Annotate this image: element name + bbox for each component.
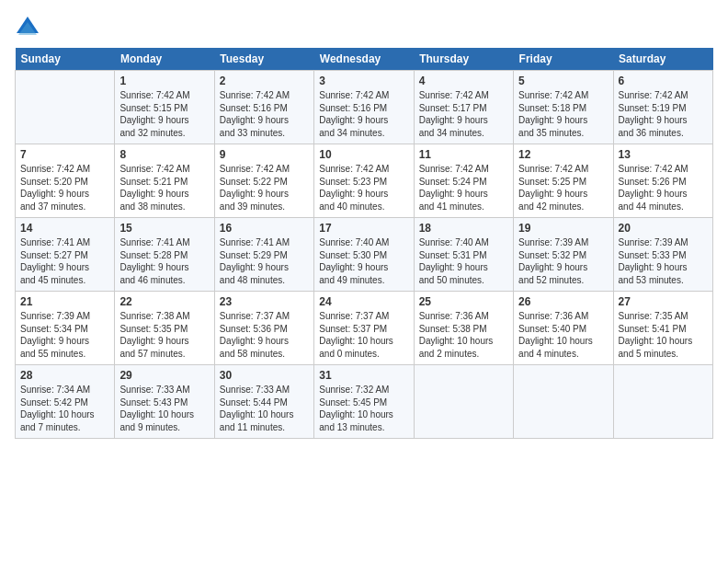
calendar-cell: 3Sunrise: 7:42 AM Sunset: 5:16 PM Daylig… xyxy=(314,71,414,144)
calendar-cell xyxy=(16,71,115,144)
day-info: Sunrise: 7:42 AM Sunset: 5:22 PM Dayligh… xyxy=(220,163,309,213)
day-number: 11 xyxy=(419,148,508,161)
day-number: 16 xyxy=(220,222,309,235)
day-number: 2 xyxy=(220,75,309,87)
day-number: 28 xyxy=(20,369,109,382)
day-number: 19 xyxy=(518,222,608,235)
day-number: 30 xyxy=(220,369,309,382)
calendar-cell xyxy=(613,365,712,439)
day-number: 5 xyxy=(518,75,608,87)
calendar-table: SundayMondayTuesdayWednesdayThursdayFrid… xyxy=(15,48,713,439)
day-info: Sunrise: 7:36 AM Sunset: 5:40 PM Dayligh… xyxy=(518,310,608,360)
calendar-week-row: 7Sunrise: 7:42 AM Sunset: 5:20 PM Daylig… xyxy=(16,144,713,218)
calendar-cell: 24Sunrise: 7:37 AM Sunset: 5:37 PM Dayli… xyxy=(314,292,414,365)
day-number: 14 xyxy=(20,222,109,235)
header-day-sunday: Sunday xyxy=(16,48,115,71)
day-number: 15 xyxy=(119,222,209,235)
calendar-cell: 1Sunrise: 7:42 AM Sunset: 5:15 PM Daylig… xyxy=(115,71,214,144)
calendar-cell: 28Sunrise: 7:34 AM Sunset: 5:42 PM Dayli… xyxy=(16,365,115,439)
calendar-cell: 16Sunrise: 7:41 AM Sunset: 5:29 PM Dayli… xyxy=(214,218,313,292)
day-number: 12 xyxy=(518,148,608,161)
day-info: Sunrise: 7:32 AM Sunset: 5:45 PM Dayligh… xyxy=(319,384,408,433)
day-number: 13 xyxy=(619,148,708,161)
day-number: 10 xyxy=(319,148,408,161)
calendar-cell: 25Sunrise: 7:36 AM Sunset: 5:38 PM Dayli… xyxy=(414,292,513,365)
day-info: Sunrise: 7:34 AM Sunset: 5:42 PM Dayligh… xyxy=(20,384,109,433)
day-number: 8 xyxy=(119,148,209,161)
day-info: Sunrise: 7:41 AM Sunset: 5:27 PM Dayligh… xyxy=(20,236,109,286)
day-info: Sunrise: 7:42 AM Sunset: 5:20 PM Dayligh… xyxy=(20,163,109,213)
calendar-week-row: 1Sunrise: 7:42 AM Sunset: 5:15 PM Daylig… xyxy=(16,71,713,144)
calendar-week-row: 21Sunrise: 7:39 AM Sunset: 5:34 PM Dayli… xyxy=(16,292,713,365)
day-number: 21 xyxy=(20,295,109,308)
day-info: Sunrise: 7:42 AM Sunset: 5:21 PM Dayligh… xyxy=(119,163,209,213)
day-number: 27 xyxy=(619,295,708,308)
day-number: 24 xyxy=(319,295,408,308)
calendar-cell: 17Sunrise: 7:40 AM Sunset: 5:30 PM Dayli… xyxy=(314,218,414,292)
calendar-cell xyxy=(514,365,613,439)
calendar-cell: 26Sunrise: 7:36 AM Sunset: 5:40 PM Dayli… xyxy=(514,292,613,365)
day-info: Sunrise: 7:41 AM Sunset: 5:28 PM Dayligh… xyxy=(119,236,209,286)
calendar-cell: 15Sunrise: 7:41 AM Sunset: 5:28 PM Dayli… xyxy=(115,218,214,292)
day-info: Sunrise: 7:40 AM Sunset: 5:31 PM Dayligh… xyxy=(419,236,508,286)
page-header xyxy=(15,15,713,40)
day-info: Sunrise: 7:39 AM Sunset: 5:34 PM Dayligh… xyxy=(20,310,109,360)
header-day-saturday: Saturday xyxy=(613,48,712,71)
day-number: 18 xyxy=(419,222,508,235)
calendar-cell: 12Sunrise: 7:42 AM Sunset: 5:25 PM Dayli… xyxy=(514,144,613,218)
logo xyxy=(15,15,44,40)
logo-icon xyxy=(15,15,40,40)
day-number: 23 xyxy=(220,295,309,308)
day-info: Sunrise: 7:42 AM Sunset: 5:23 PM Dayligh… xyxy=(319,163,408,213)
calendar-cell: 19Sunrise: 7:39 AM Sunset: 5:32 PM Dayli… xyxy=(514,218,613,292)
day-info: Sunrise: 7:33 AM Sunset: 5:44 PM Dayligh… xyxy=(220,384,309,433)
day-number: 26 xyxy=(518,295,608,308)
calendar-cell: 11Sunrise: 7:42 AM Sunset: 5:24 PM Dayli… xyxy=(414,144,513,218)
day-number: 22 xyxy=(119,295,209,308)
calendar-cell: 31Sunrise: 7:32 AM Sunset: 5:45 PM Dayli… xyxy=(314,365,414,439)
day-number: 31 xyxy=(319,369,408,382)
header-day-wednesday: Wednesday xyxy=(314,48,414,71)
day-number: 20 xyxy=(619,222,708,235)
calendar-cell: 14Sunrise: 7:41 AM Sunset: 5:27 PM Dayli… xyxy=(16,218,115,292)
calendar-cell: 9Sunrise: 7:42 AM Sunset: 5:22 PM Daylig… xyxy=(214,144,313,218)
header-day-tuesday: Tuesday xyxy=(214,48,313,71)
day-number: 6 xyxy=(619,75,708,87)
day-info: Sunrise: 7:41 AM Sunset: 5:29 PM Dayligh… xyxy=(220,236,309,286)
calendar-week-row: 28Sunrise: 7:34 AM Sunset: 5:42 PM Dayli… xyxy=(16,365,713,439)
day-info: Sunrise: 7:37 AM Sunset: 5:36 PM Dayligh… xyxy=(220,310,309,360)
calendar-cell: 23Sunrise: 7:37 AM Sunset: 5:36 PM Dayli… xyxy=(214,292,313,365)
day-number: 17 xyxy=(319,222,408,235)
day-info: Sunrise: 7:37 AM Sunset: 5:37 PM Dayligh… xyxy=(319,310,408,360)
calendar-cell: 4Sunrise: 7:42 AM Sunset: 5:17 PM Daylig… xyxy=(414,71,513,144)
day-info: Sunrise: 7:40 AM Sunset: 5:30 PM Dayligh… xyxy=(319,236,408,286)
calendar-cell: 13Sunrise: 7:42 AM Sunset: 5:26 PM Dayli… xyxy=(613,144,712,218)
calendar-week-row: 14Sunrise: 7:41 AM Sunset: 5:27 PM Dayli… xyxy=(16,218,713,292)
day-info: Sunrise: 7:39 AM Sunset: 5:33 PM Dayligh… xyxy=(619,236,708,286)
calendar-cell: 21Sunrise: 7:39 AM Sunset: 5:34 PM Dayli… xyxy=(16,292,115,365)
day-info: Sunrise: 7:35 AM Sunset: 5:41 PM Dayligh… xyxy=(619,310,708,360)
day-info: Sunrise: 7:38 AM Sunset: 5:35 PM Dayligh… xyxy=(119,310,209,360)
day-info: Sunrise: 7:42 AM Sunset: 5:16 PM Dayligh… xyxy=(220,89,309,139)
calendar-cell: 10Sunrise: 7:42 AM Sunset: 5:23 PM Dayli… xyxy=(314,144,414,218)
calendar-cell: 5Sunrise: 7:42 AM Sunset: 5:18 PM Daylig… xyxy=(514,71,613,144)
day-number: 4 xyxy=(419,75,508,87)
day-info: Sunrise: 7:42 AM Sunset: 5:24 PM Dayligh… xyxy=(419,163,508,213)
day-info: Sunrise: 7:42 AM Sunset: 5:19 PM Dayligh… xyxy=(619,89,708,139)
calendar-cell: 7Sunrise: 7:42 AM Sunset: 5:20 PM Daylig… xyxy=(16,144,115,218)
day-info: Sunrise: 7:42 AM Sunset: 5:26 PM Dayligh… xyxy=(619,163,708,213)
calendar-cell xyxy=(414,365,513,439)
day-number: 3 xyxy=(319,75,408,87)
calendar-cell: 8Sunrise: 7:42 AM Sunset: 5:21 PM Daylig… xyxy=(115,144,214,218)
day-info: Sunrise: 7:39 AM Sunset: 5:32 PM Dayligh… xyxy=(518,236,608,286)
day-number: 9 xyxy=(220,148,309,161)
header-day-thursday: Thursday xyxy=(414,48,513,71)
calendar-cell: 30Sunrise: 7:33 AM Sunset: 5:44 PM Dayli… xyxy=(214,365,313,439)
day-number: 25 xyxy=(419,295,508,308)
calendar-cell: 29Sunrise: 7:33 AM Sunset: 5:43 PM Dayli… xyxy=(115,365,214,439)
day-info: Sunrise: 7:36 AM Sunset: 5:38 PM Dayligh… xyxy=(419,310,508,360)
day-info: Sunrise: 7:42 AM Sunset: 5:15 PM Dayligh… xyxy=(119,89,209,139)
calendar-cell: 18Sunrise: 7:40 AM Sunset: 5:31 PM Dayli… xyxy=(414,218,513,292)
day-info: Sunrise: 7:42 AM Sunset: 5:17 PM Dayligh… xyxy=(419,89,508,139)
day-number: 1 xyxy=(119,75,209,87)
